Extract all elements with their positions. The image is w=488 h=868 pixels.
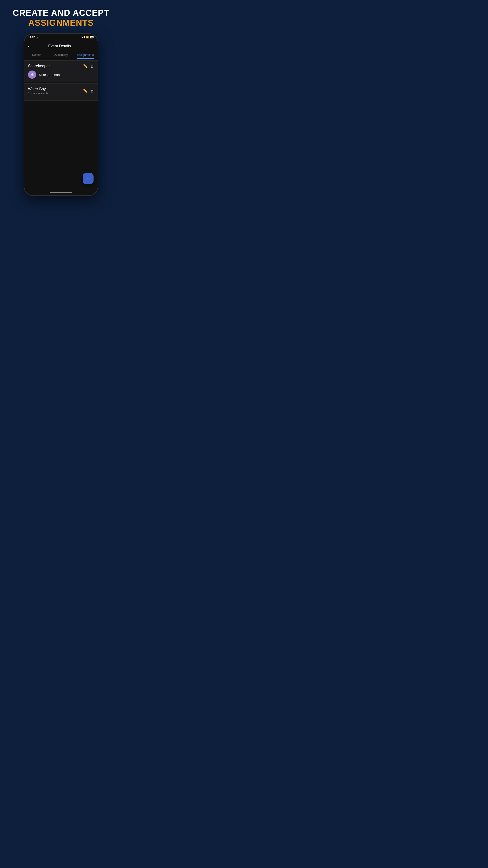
- edit-icon-scorekeeper[interactable]: ✏️: [83, 64, 88, 68]
- app-content: ‹ Event Details Details Availability Ass…: [24, 40, 98, 195]
- app-bar: ‹ Event Details: [24, 40, 98, 51]
- status-bar: 11:32 🌙 📶 86: [24, 34, 98, 40]
- wifi-icon: 📶: [86, 36, 89, 38]
- promo-line2: ASSIGNMENTS: [13, 18, 109, 28]
- assignment-title-waterboy: Water Boy: [28, 87, 48, 91]
- phone-shell: 11:32 🌙 📶 86 ‹ Event Details Details Ava…: [24, 33, 98, 196]
- moon-icon: 🌙: [36, 36, 38, 38]
- card-header: Scorekeeper ✏️ 🗑: [28, 64, 94, 68]
- person-row: MI Mike Johnson: [28, 70, 94, 79]
- card-actions: ✏️ 🗑: [83, 64, 94, 68]
- promo-line1: CREATE AND ACCEPT: [13, 8, 109, 18]
- assignment-card-scorekeeper: Scorekeeper ✏️ 🗑 MI Mike Johnson: [24, 60, 98, 82]
- delete-icon-scorekeeper[interactable]: 🗑: [91, 64, 94, 68]
- assignment-title-scorekeeper: Scorekeeper: [28, 64, 50, 68]
- status-time: 11:32 🌙: [29, 36, 38, 38]
- card-actions-waterboy: ✏️ 🗑: [83, 89, 94, 93]
- edit-icon-waterboy[interactable]: ✏️: [83, 89, 88, 93]
- phone-side-button: [98, 79, 98, 90]
- fab-add-button[interactable]: +: [83, 173, 94, 184]
- avatar-mike: MI: [28, 70, 36, 79]
- person-name-mike: Mike Johnson: [39, 73, 60, 76]
- promo-header: CREATE AND ACCEPT ASSIGNMENTS: [13, 8, 109, 28]
- tab-availability[interactable]: Availability: [49, 51, 73, 59]
- status-right: 📶 86: [82, 36, 94, 38]
- back-button[interactable]: ‹: [28, 43, 30, 49]
- time-display: 11:32: [29, 36, 35, 38]
- spots-available: 1 spots available: [28, 92, 48, 95]
- tab-bar: Details Availability Assignments: [24, 51, 98, 59]
- tab-assignments[interactable]: Assignments: [73, 51, 98, 59]
- battery-indicator: 86: [90, 36, 94, 38]
- assignment-card-waterboy: Water Boy 1 spots available ✏️ 🗑: [24, 84, 98, 101]
- signal-bars: [82, 36, 85, 38]
- card-header-waterboy: Water Boy 1 spots available ✏️ 🗑: [28, 87, 94, 95]
- home-indicator: [50, 192, 72, 193]
- tab-details[interactable]: Details: [24, 51, 49, 59]
- delete-icon-waterboy[interactable]: 🗑: [91, 89, 94, 93]
- screen-title: Event Details: [32, 44, 87, 49]
